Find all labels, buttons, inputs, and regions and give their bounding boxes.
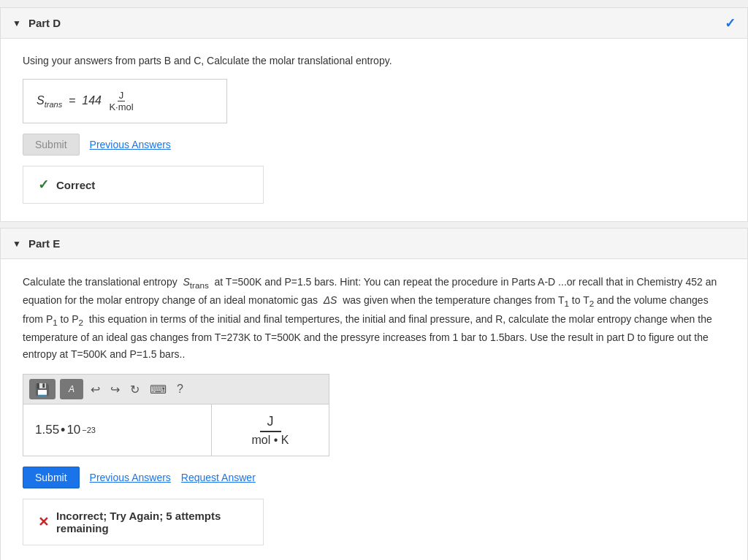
part-e-submit-button[interactable]: Submit	[23, 467, 80, 488]
part-e-title: Part E	[28, 237, 60, 250]
part-e-unit-denominator: mol • K	[245, 432, 297, 448]
part-d-blue-check: ✓	[725, 15, 736, 31]
part-e-text-size-btn[interactable]: A	[60, 379, 83, 399]
part-d-submit-button[interactable]: Submit	[23, 134, 80, 156]
part-e-button-row: Submit Previous Answers Request Answer	[23, 467, 725, 488]
part-e-t2: 2	[589, 299, 594, 308]
part-d-question: Using your answers from parts B and C, C…	[23, 53, 725, 69]
part-e-x-icon: ✕	[38, 514, 49, 530]
part-d-formula: Strans = 144 J K·mol	[37, 94, 135, 107]
part-e-request-answer-link[interactable]: Request Answer	[181, 472, 256, 483]
part-e-toolbar: 💾 A ↩ ↪ ↻ ⌨ ?	[23, 375, 329, 404]
part-e-math-input-area[interactable]: 1.55 • 10−23 J mol • K	[23, 404, 329, 456]
part-e-previous-answers-link[interactable]: Previous Answers	[90, 472, 171, 483]
part-e-keyboard-btn[interactable]: ⌨	[147, 381, 169, 398]
part-d-body: Using your answers from parts B and C, C…	[1, 39, 747, 221]
part-d-result-box: ✓ Correct	[23, 166, 264, 204]
part-d-section: ▼ Part D ✓ Using your answers from parts…	[0, 7, 748, 222]
part-e-undo-btn[interactable]: ↩	[88, 381, 103, 398]
part-e-chevron[interactable]: ▼	[12, 239, 21, 249]
part-e-question: Calculate the translational entropy Stra…	[23, 274, 725, 362]
part-d-previous-answers-link[interactable]: Previous Answers	[90, 139, 171, 150]
part-e-math-right: J mol • K	[212, 404, 329, 456]
part-d-formula-box: Strans = 144 J K·mol	[23, 79, 227, 123]
part-d-title: Part D	[28, 17, 61, 29]
part-e-refresh-btn[interactable]: ↻	[127, 381, 142, 398]
part-e-help-btn[interactable]: ?	[174, 381, 186, 397]
part-d-check-icon: ✓	[38, 177, 49, 193]
part-e-t1: 1	[564, 299, 568, 308]
part-d-formula-sub: trans	[45, 100, 62, 109]
part-d-numerator: J	[118, 90, 126, 101]
part-e-body: Calculate the translational entropy Stra…	[1, 259, 747, 560]
part-d-denominator: K·mol	[107, 101, 134, 112]
part-e-math-value: 1.55 • 10−23	[35, 423, 96, 438]
part-e-delta-s: ΔS	[324, 294, 337, 306]
part-e-header: ▼ Part E	[1, 229, 747, 259]
part-e-result-text: Incorrect; Try Again; 5 attempts remaini…	[56, 510, 248, 534]
part-d-result-text: Correct	[56, 179, 95, 191]
part-e-result-box: ✕ Incorrect; Try Again; 5 attempts remai…	[23, 499, 264, 545]
part-e-floppy-btn[interactable]: 💾	[29, 379, 56, 399]
part-d-button-row: Submit Previous Answers	[23, 134, 725, 156]
part-e-section: ▼ Part E Calculate the translational ent…	[0, 228, 748, 560]
part-e-redo-btn[interactable]: ↪	[107, 381, 123, 398]
part-d-chevron[interactable]: ▼	[12, 18, 21, 28]
part-d-fraction: J K·mol	[107, 90, 134, 112]
part-e-p1: 1	[53, 318, 57, 327]
part-e-math-left[interactable]: 1.55 • 10−23	[23, 404, 212, 456]
part-e-exponent: −23	[82, 426, 96, 434]
part-e-unit-numerator: J	[260, 413, 281, 432]
part-e-strans-sub: trans	[190, 280, 209, 290]
part-e-math-editor: 💾 A ↩ ↪ ↻ ⌨ ? 1.55 • 10−23 J	[23, 374, 329, 456]
part-d-header: ▼ Part D ✓	[1, 8, 747, 39]
part-e-p2: 2	[79, 318, 83, 327]
